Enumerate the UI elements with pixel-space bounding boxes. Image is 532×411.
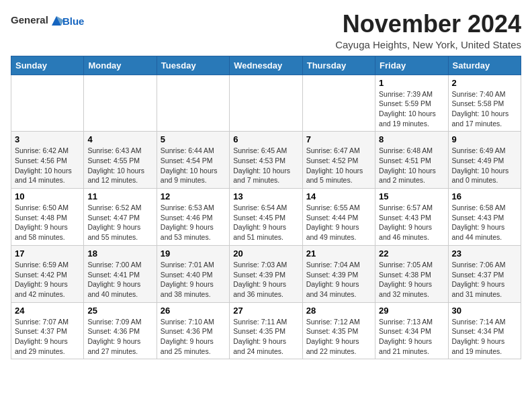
calendar-cell: 28Sunrise: 7:12 AMSunset: 4:35 PMDayligh… bbox=[302, 302, 375, 359]
calendar-cell: 4Sunrise: 6:43 AMSunset: 4:55 PMDaylight… bbox=[84, 132, 157, 189]
day-number: 17 bbox=[15, 248, 80, 259]
calendar-cell: 23Sunrise: 7:06 AMSunset: 4:37 PMDayligh… bbox=[448, 245, 521, 302]
calendar-week-row: 17Sunrise: 6:59 AMSunset: 4:42 PMDayligh… bbox=[11, 245, 521, 302]
day-number: 4 bbox=[87, 134, 152, 144]
day-info: Sunrise: 6:52 AMSunset: 4:47 PMDaylight:… bbox=[87, 203, 152, 242]
calendar-cell: 29Sunrise: 7:13 AMSunset: 4:34 PMDayligh… bbox=[375, 302, 448, 359]
month-title: November 2024 bbox=[335, 11, 521, 38]
calendar-cell: 19Sunrise: 7:01 AMSunset: 4:40 PMDayligh… bbox=[157, 245, 229, 302]
calendar-week-row: 10Sunrise: 6:50 AMSunset: 4:48 PMDayligh… bbox=[11, 189, 521, 246]
day-info: Sunrise: 6:42 AMSunset: 4:56 PMDaylight:… bbox=[15, 146, 80, 185]
day-info: Sunrise: 6:49 AMSunset: 4:49 PMDaylight:… bbox=[452, 146, 517, 185]
day-info: Sunrise: 7:12 AMSunset: 4:35 PMDaylight:… bbox=[306, 317, 371, 357]
logo-icon bbox=[49, 13, 64, 28]
calendar-cell: 15Sunrise: 6:57 AMSunset: 4:43 PMDayligh… bbox=[375, 189, 448, 246]
calendar-cell: 6Sunrise: 6:45 AMSunset: 4:53 PMDaylight… bbox=[230, 132, 302, 189]
day-info: Sunrise: 7:11 AMSunset: 4:35 PMDaylight:… bbox=[233, 317, 298, 357]
calendar-cell: 10Sunrise: 6:50 AMSunset: 4:48 PMDayligh… bbox=[11, 189, 84, 246]
day-number: 18 bbox=[87, 248, 152, 259]
day-number: 5 bbox=[161, 134, 226, 144]
calendar-cell: 5Sunrise: 6:44 AMSunset: 4:54 PMDaylight… bbox=[157, 132, 229, 189]
day-number: 2 bbox=[452, 78, 517, 88]
day-number: 7 bbox=[306, 134, 371, 144]
day-info: Sunrise: 6:44 AMSunset: 4:54 PMDaylight:… bbox=[161, 146, 226, 185]
calendar-week-row: 1Sunrise: 7:39 AMSunset: 5:59 PMDaylight… bbox=[11, 75, 521, 132]
calendar-cell: 25Sunrise: 7:09 AMSunset: 4:36 PMDayligh… bbox=[84, 302, 157, 359]
day-info: Sunrise: 7:07 AMSunset: 4:37 PMDaylight:… bbox=[15, 317, 80, 357]
day-number: 10 bbox=[15, 191, 80, 201]
weekday-header-wednesday: Wednesday bbox=[230, 56, 302, 75]
calendar-cell: 9Sunrise: 6:49 AMSunset: 4:49 PMDaylight… bbox=[448, 132, 521, 189]
day-number: 26 bbox=[161, 306, 226, 316]
day-number: 8 bbox=[379, 134, 444, 144]
logo-blue: Blue bbox=[62, 15, 85, 27]
weekday-header-friday: Friday bbox=[375, 56, 448, 75]
day-info: Sunrise: 6:59 AMSunset: 4:42 PMDaylight:… bbox=[15, 260, 80, 300]
day-info: Sunrise: 6:50 AMSunset: 4:48 PMDaylight:… bbox=[15, 203, 80, 242]
calendar-cell: 18Sunrise: 7:00 AMSunset: 4:41 PMDayligh… bbox=[84, 245, 157, 302]
weekday-header-row: SundayMondayTuesdayWednesdayThursdayFrid… bbox=[11, 56, 521, 75]
day-info: Sunrise: 7:10 AMSunset: 4:36 PMDaylight:… bbox=[161, 317, 226, 357]
day-info: Sunrise: 7:00 AMSunset: 4:41 PMDaylight:… bbox=[87, 260, 152, 300]
day-info: Sunrise: 7:39 AMSunset: 5:59 PMDaylight:… bbox=[379, 89, 444, 129]
weekday-header-tuesday: Tuesday bbox=[157, 56, 229, 75]
calendar-cell: 27Sunrise: 7:11 AMSunset: 4:35 PMDayligh… bbox=[230, 302, 302, 359]
day-number: 27 bbox=[233, 306, 298, 316]
logo: General Blue bbox=[11, 13, 84, 28]
day-info: Sunrise: 6:53 AMSunset: 4:46 PMDaylight:… bbox=[161, 203, 226, 242]
weekday-header-saturday: Saturday bbox=[448, 56, 521, 75]
calendar-cell: 22Sunrise: 7:05 AMSunset: 4:38 PMDayligh… bbox=[375, 245, 448, 302]
calendar-week-row: 24Sunrise: 7:07 AMSunset: 4:37 PMDayligh… bbox=[11, 302, 521, 359]
day-info: Sunrise: 7:01 AMSunset: 4:40 PMDaylight:… bbox=[161, 260, 226, 300]
day-number: 16 bbox=[452, 191, 517, 201]
calendar-cell: 3Sunrise: 6:42 AMSunset: 4:56 PMDaylight… bbox=[11, 132, 84, 189]
day-number: 14 bbox=[306, 191, 371, 201]
calendar-cell bbox=[157, 75, 229, 132]
calendar-cell: 13Sunrise: 6:54 AMSunset: 4:45 PMDayligh… bbox=[230, 189, 302, 246]
day-info: Sunrise: 7:04 AMSunset: 4:39 PMDaylight:… bbox=[306, 260, 371, 300]
day-number: 24 bbox=[15, 306, 80, 316]
calendar-cell bbox=[11, 75, 84, 132]
day-info: Sunrise: 7:13 AMSunset: 4:34 PMDaylight:… bbox=[379, 317, 444, 357]
day-number: 21 bbox=[306, 248, 371, 259]
calendar-cell: 7Sunrise: 6:47 AMSunset: 4:52 PMDaylight… bbox=[302, 132, 375, 189]
calendar-cell: 24Sunrise: 7:07 AMSunset: 4:37 PMDayligh… bbox=[11, 302, 84, 359]
day-info: Sunrise: 6:43 AMSunset: 4:55 PMDaylight:… bbox=[87, 146, 152, 185]
day-info: Sunrise: 7:03 AMSunset: 4:39 PMDaylight:… bbox=[233, 260, 298, 300]
calendar-cell: 17Sunrise: 6:59 AMSunset: 4:42 PMDayligh… bbox=[11, 245, 84, 302]
calendar-cell bbox=[302, 75, 375, 132]
calendar-table: SundayMondayTuesdayWednesdayThursdayFrid… bbox=[11, 56, 521, 360]
title-block: November 2024 Cayuga Heights, New York, … bbox=[335, 11, 521, 50]
day-number: 11 bbox=[87, 191, 152, 201]
day-info: Sunrise: 6:48 AMSunset: 4:51 PMDaylight:… bbox=[379, 146, 444, 185]
calendar-cell: 2Sunrise: 7:40 AMSunset: 5:58 PMDaylight… bbox=[448, 75, 521, 132]
day-number: 1 bbox=[379, 78, 444, 88]
calendar-cell: 1Sunrise: 7:39 AMSunset: 5:59 PMDaylight… bbox=[375, 75, 448, 132]
day-info: Sunrise: 6:45 AMSunset: 4:53 PMDaylight:… bbox=[233, 146, 298, 185]
logo-general: General bbox=[11, 14, 48, 26]
day-number: 9 bbox=[452, 134, 517, 144]
day-number: 28 bbox=[306, 306, 371, 316]
calendar-cell bbox=[84, 75, 157, 132]
day-number: 30 bbox=[452, 306, 517, 316]
calendar-cell: 30Sunrise: 7:14 AMSunset: 4:34 PMDayligh… bbox=[448, 302, 521, 359]
day-info: Sunrise: 6:47 AMSunset: 4:52 PMDaylight:… bbox=[306, 146, 371, 185]
calendar-cell: 14Sunrise: 6:55 AMSunset: 4:44 PMDayligh… bbox=[302, 189, 375, 246]
day-number: 13 bbox=[233, 191, 298, 201]
day-number: 19 bbox=[161, 248, 226, 259]
calendar-cell: 16Sunrise: 6:58 AMSunset: 4:43 PMDayligh… bbox=[448, 189, 521, 246]
day-number: 29 bbox=[379, 306, 444, 316]
day-number: 6 bbox=[233, 134, 298, 144]
calendar-cell bbox=[230, 75, 302, 132]
day-number: 20 bbox=[233, 248, 298, 259]
calendar-week-row: 3Sunrise: 6:42 AMSunset: 4:56 PMDaylight… bbox=[11, 132, 521, 189]
day-number: 23 bbox=[452, 248, 517, 259]
calendar-cell: 20Sunrise: 7:03 AMSunset: 4:39 PMDayligh… bbox=[230, 245, 302, 302]
day-info: Sunrise: 6:54 AMSunset: 4:45 PMDaylight:… bbox=[233, 203, 298, 242]
calendar-cell: 12Sunrise: 6:53 AMSunset: 4:46 PMDayligh… bbox=[157, 189, 229, 246]
day-info: Sunrise: 6:57 AMSunset: 4:43 PMDaylight:… bbox=[379, 203, 444, 242]
day-info: Sunrise: 7:14 AMSunset: 4:34 PMDaylight:… bbox=[452, 317, 517, 357]
calendar-cell: 21Sunrise: 7:04 AMSunset: 4:39 PMDayligh… bbox=[302, 245, 375, 302]
day-info: Sunrise: 6:55 AMSunset: 4:44 PMDaylight:… bbox=[306, 203, 371, 242]
calendar-cell: 8Sunrise: 6:48 AMSunset: 4:51 PMDaylight… bbox=[375, 132, 448, 189]
